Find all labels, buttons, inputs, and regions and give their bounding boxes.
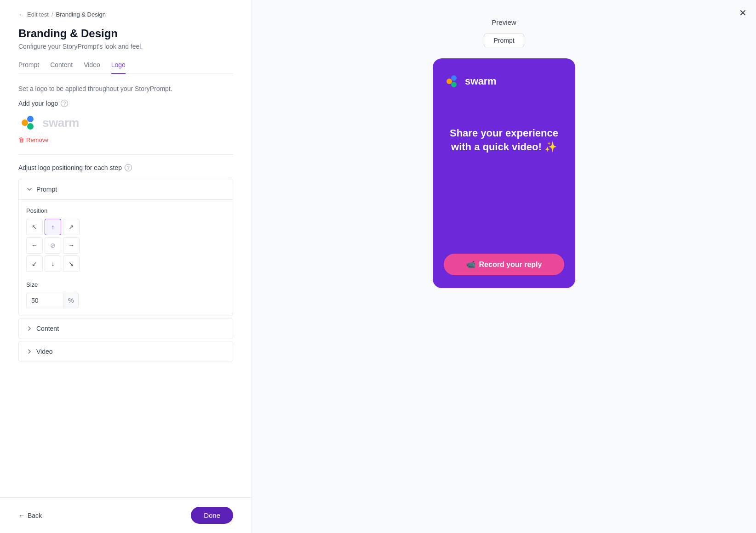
tab-logo[interactable]: Logo [111,61,126,74]
accordion-content-label: Content [36,325,59,332]
video-camera-icon: 📹 [466,260,475,269]
add-logo-help-icon[interactable]: ? [61,100,68,107]
pos-bottom-center[interactable]: ↓ [45,255,61,272]
left-content: ← Edit test / Branding & Design Branding… [0,0,252,497]
trash-icon: 🗑 [18,136,24,143]
back-arrow-icon: ← [18,512,25,519]
tab-prompt[interactable]: Prompt [18,61,39,74]
accordion-video-label: Video [36,348,53,355]
pos-middle-right[interactable]: → [63,237,80,254]
card-main-text: Share your experience with a quick video… [444,126,564,153]
remove-label: Remove [26,136,48,143]
logo-display: swarm [18,113,233,133]
add-logo-label-row: Add your logo ? [18,100,233,107]
accordion-content-header[interactable]: Content [19,318,233,339]
breadcrumb: ← Edit test / Branding & Design [18,11,233,18]
accordion: Prompt Position ↖ ↑ ↗ ← ⊘ → ↙ [18,179,233,362]
accordion-video-header[interactable]: Video [19,341,233,362]
done-button[interactable]: Done [191,507,233,524]
divider [18,154,233,155]
accordion-content: Content [18,318,233,339]
chevron-right-icon-2 [26,348,33,355]
adjust-label-text: Adjust logo positioning for each step [18,164,122,171]
svg-point-5 [451,75,457,81]
add-logo-text: Add your logo [18,100,58,107]
accordion-prompt-label: Prompt [36,186,57,193]
pos-middle-center[interactable]: ⊘ [45,237,61,254]
svg-point-6 [451,82,457,87]
pos-bottom-left[interactable]: ↙ [26,255,43,272]
adjust-help-icon[interactable]: ? [125,164,132,171]
preview-label: Preview [492,18,516,26]
svg-point-4 [447,79,452,84]
breadcrumb-current: Branding & Design [56,11,106,18]
accordion-prompt: Prompt Position ↖ ↑ ↗ ← ⊘ → ↙ [18,179,233,316]
position-grid: ↖ ↑ ↗ ← ⊘ → ↙ ↓ ↘ [26,219,225,272]
pos-middle-left[interactable]: ← [26,237,43,254]
page-title: Branding & Design [18,27,233,40]
accordion-video: Video [18,341,233,362]
pos-bottom-right[interactable]: ↘ [63,255,80,272]
tab-content[interactable]: Content [50,61,73,74]
card-logo-text: swarm [465,75,496,87]
tab-video[interactable]: Video [84,61,100,74]
pos-top-left[interactable]: ↖ [26,219,43,235]
phone-card: swarm Share your experience with a quick… [433,58,575,288]
pos-top-center[interactable]: ↑ [45,219,61,235]
breadcrumb-arrow-icon: ← [18,11,24,18]
size-unit: % [63,293,79,308]
preview-tab-button[interactable]: Prompt [484,34,524,47]
card-logo-row: swarm [444,73,496,90]
back-button[interactable]: ← Back [18,512,42,519]
svg-point-3 [23,121,27,125]
swarm-logo-text-left: swarm [42,116,79,130]
adjust-label-row: Adjust logo positioning for each step ? [18,164,233,171]
svg-point-2 [27,123,34,130]
page-subtitle: Configure your StoryPrompt's look and fe… [18,43,233,50]
card-cta-label: Record your reply [479,261,542,269]
card-cta-button[interactable]: 📹 Record your reply [444,254,564,275]
remove-logo-button[interactable]: 🗑 Remove [18,136,48,143]
chevron-right-icon [26,325,33,332]
logo-section-desc: Set a logo to be applied throughout your… [18,85,233,92]
breadcrumb-back[interactable]: Edit test [27,11,49,18]
pos-top-right[interactable]: ↗ [63,219,80,235]
swarm-logo-icon [18,113,39,133]
accordion-prompt-header[interactable]: Prompt [19,179,233,199]
size-input[interactable] [26,293,63,308]
close-button[interactable]: ✕ [739,7,747,18]
position-label: Position [26,207,225,214]
accordion-prompt-body: Position ↖ ↑ ↗ ← ⊘ → ↙ ↓ ↘ [19,199,233,316]
card-swarm-logo-icon [444,73,460,90]
breadcrumb-separator: / [52,11,53,18]
left-panel: ← Edit test / Branding & Design Branding… [0,0,252,533]
chevron-down-icon [26,186,33,193]
tabs-container: Prompt Content Video Logo [18,61,233,74]
right-panel: ✕ Preview Prompt swarm Share your experi… [252,0,756,533]
size-row: % [26,293,225,308]
back-label: Back [28,512,42,519]
size-label: Size [26,281,225,288]
bottom-bar: ← Back Done [0,497,252,533]
svg-point-1 [27,116,34,122]
